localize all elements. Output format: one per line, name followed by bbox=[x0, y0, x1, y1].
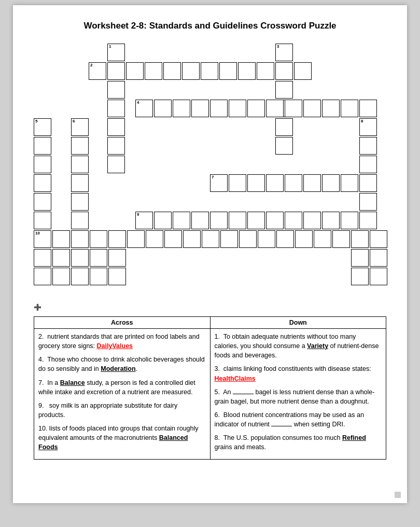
clues-table: Across Down 2. nutrient standards that a… bbox=[34, 316, 386, 460]
cell-9-9 bbox=[303, 212, 321, 229]
cell-7-3 bbox=[266, 174, 284, 192]
cell-10-6 bbox=[146, 230, 163, 248]
answer-health-claims: HealthClaims bbox=[215, 375, 256, 382]
down-clues: 1. To obtain adequate nutrients without … bbox=[210, 329, 386, 460]
cell-9-5 bbox=[229, 212, 246, 229]
cell-10-17 bbox=[351, 230, 369, 248]
cell-10-7 bbox=[164, 230, 182, 248]
cell-r11-c3 bbox=[90, 249, 107, 267]
cell-2-5 bbox=[145, 62, 162, 80]
move-icon[interactable]: ✚ bbox=[34, 302, 386, 313]
cell-9-6 bbox=[247, 212, 265, 229]
cell-r12-c3 bbox=[90, 268, 107, 285]
cell-3-4 bbox=[275, 118, 293, 136]
across-clues: 2. nutrient standards that are printed o… bbox=[34, 329, 211, 460]
cell-2-7 bbox=[182, 62, 200, 80]
cell-4-2 bbox=[173, 100, 190, 117]
cell-9-8 bbox=[285, 212, 302, 229]
clue-down-1: 1. To obtain adequate nutrients without … bbox=[215, 332, 382, 360]
cell-10-13 bbox=[276, 230, 294, 248]
cell-5-2 bbox=[34, 156, 51, 173]
cell-4-10 bbox=[322, 100, 340, 117]
cell-4-12 bbox=[359, 100, 377, 117]
answer-refined: Refined bbox=[342, 434, 366, 441]
cell-1-0: 1 bbox=[107, 44, 125, 61]
cell-2-12 bbox=[275, 62, 293, 80]
cell-1-5 bbox=[107, 137, 125, 155]
cell-2-6 bbox=[163, 62, 181, 80]
answer-balanced-foods: Balanced Foods bbox=[38, 434, 188, 451]
cell-9-1 bbox=[154, 212, 172, 229]
cell-r11-c18 bbox=[370, 249, 387, 267]
cell-10-14 bbox=[295, 230, 313, 248]
cell-4-9 bbox=[303, 100, 321, 117]
cell-7-4 bbox=[285, 174, 302, 192]
cell-9-7 bbox=[266, 212, 284, 229]
cell-r12-c2 bbox=[71, 268, 89, 285]
cell-col3-r6 bbox=[107, 156, 125, 173]
clue-down-8: 8. The U.S. population consumes too much… bbox=[215, 433, 382, 452]
cell-5-3 bbox=[34, 174, 51, 192]
cell-9-2 bbox=[173, 212, 190, 229]
blank-6 bbox=[271, 426, 292, 426]
cell-8-1 bbox=[359, 137, 377, 155]
answer-moderation: Moderation bbox=[101, 365, 135, 372]
cell-2-13 bbox=[294, 62, 312, 80]
cell-10-1 bbox=[52, 230, 70, 248]
cell-1-2 bbox=[107, 81, 125, 99]
page-corner-fold bbox=[395, 492, 401, 498]
clue-down-6: 6. Blood nutrient concentrations may be … bbox=[215, 410, 382, 429]
cell-6-1 bbox=[71, 137, 89, 155]
clue-across-2: 2. nutrient standards that are printed o… bbox=[38, 332, 206, 351]
cell-10-already: 10 bbox=[34, 230, 51, 248]
cell-1-3 bbox=[107, 100, 125, 117]
cell-8-4 bbox=[359, 193, 377, 211]
cell-10-4 bbox=[108, 230, 126, 248]
cell-8-3 bbox=[359, 174, 377, 192]
clue-across-7: 7. In a Balance study, a person is fed a… bbox=[38, 378, 206, 397]
clue-down-5: 5. An bagel is less nutrient dense than … bbox=[215, 387, 382, 406]
answer-daily-values: DailyValues bbox=[97, 342, 133, 350]
cell-4-1 bbox=[154, 100, 172, 117]
cell-r12-c1 bbox=[52, 268, 70, 285]
cell-4-start: 4 bbox=[135, 100, 153, 117]
cell-8-2 bbox=[359, 156, 377, 173]
page-title: Worksheet 2-8: Standards and Guidelines … bbox=[34, 21, 386, 31]
cell-r11-c4 bbox=[108, 249, 126, 267]
cell-2-8 bbox=[201, 62, 218, 80]
cell-1-1 bbox=[107, 62, 125, 80]
cell-r12-c0 bbox=[34, 268, 51, 285]
cell-r12-c18 bbox=[370, 268, 387, 285]
cell-9-10 bbox=[322, 212, 340, 229]
cell-8-0: 8 bbox=[359, 118, 377, 136]
down-header: Down bbox=[210, 317, 386, 329]
cell-9-11 bbox=[341, 212, 358, 229]
clue-across-4: 4. Those who choose to drink alcoholic b… bbox=[38, 355, 206, 373]
cell-7-start: 7 bbox=[210, 174, 228, 192]
cell-8-5 bbox=[359, 212, 377, 229]
cell-5-1 bbox=[34, 137, 51, 155]
cell-10-2 bbox=[71, 230, 89, 248]
cell-2-11 bbox=[257, 62, 274, 80]
clue-across-9: 9. soy milk is an appropriate substitute… bbox=[38, 401, 206, 420]
cell-7-6 bbox=[322, 174, 340, 192]
cell-10-12 bbox=[258, 230, 275, 248]
cell-4-6 bbox=[247, 100, 265, 117]
crossword-grid: 1 2 3 4 bbox=[34, 44, 386, 293]
cell-3-2 bbox=[275, 81, 293, 99]
cell-6-2 bbox=[71, 156, 89, 173]
cell-4-7 bbox=[266, 100, 284, 117]
cell-r12-c17 bbox=[351, 268, 369, 285]
cell-r11-c0 bbox=[34, 249, 51, 267]
across-header: Across bbox=[34, 317, 211, 329]
cell-r12-c4 bbox=[108, 268, 126, 285]
cell-6-3 bbox=[71, 174, 89, 192]
cell-1-4 bbox=[107, 118, 125, 136]
cell-9-4 bbox=[210, 212, 228, 229]
cell-2-10 bbox=[238, 62, 256, 80]
cell-10-3 bbox=[90, 230, 107, 248]
cell-5-5 bbox=[34, 212, 51, 229]
cell-5-0: 5 bbox=[34, 118, 51, 136]
clue-across-10: 10. lists of foods placed into groups th… bbox=[38, 424, 206, 452]
cell-10-18 bbox=[370, 230, 387, 248]
